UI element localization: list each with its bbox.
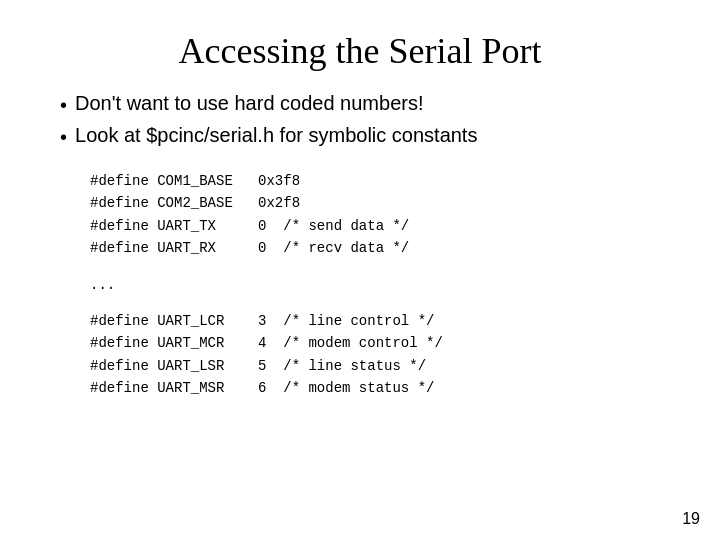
code-define-2: #define COM2_BASE 0x2f8 (90, 192, 300, 214)
code-separator-2 (90, 296, 670, 310)
bullet-text-1: Don't want to use hard coded numbers! (75, 92, 423, 115)
code-line-1: #define COM1_BASE 0x3f8 (90, 170, 670, 192)
code-define-7: #define UART_LSR 5 /* line status */ (90, 355, 426, 377)
bullet-list: Don't want to use hard coded numbers! Lo… (50, 92, 670, 150)
code-line-6: #define UART_MCR 4 /* modem control */ (90, 332, 670, 354)
code-line-5: #define UART_LCR 3 /* line control */ (90, 310, 670, 332)
slide: Accessing the Serial Port Don't want to … (0, 0, 720, 540)
code-define-5: #define UART_LCR 3 /* line control */ (90, 310, 434, 332)
code-line-4: #define UART_RX 0 /* recv data */ (90, 237, 670, 259)
code-line-8: #define UART_MSR 6 /* modem status */ (90, 377, 670, 399)
code-line-3: #define UART_TX 0 /* send data */ (90, 215, 670, 237)
code-define-3: #define UART_TX 0 /* send data */ (90, 215, 409, 237)
code-block: #define COM1_BASE 0x3f8 #define COM2_BAS… (50, 170, 670, 400)
code-define-8: #define UART_MSR 6 /* modem status */ (90, 377, 434, 399)
code-line-2: #define COM2_BASE 0x2f8 (90, 192, 670, 214)
page-number: 19 (682, 510, 700, 528)
code-define-4: #define UART_RX 0 /* recv data */ (90, 237, 409, 259)
bullet-item-2: Look at $pcinc/serial.h for symbolic con… (60, 124, 670, 150)
bullet-text-2: Look at $pcinc/serial.h for symbolic con… (75, 124, 477, 147)
code-separator (90, 260, 670, 274)
code-define-1: #define COM1_BASE 0x3f8 (90, 170, 300, 192)
code-line-7: #define UART_LSR 5 /* line status */ (90, 355, 670, 377)
code-ellipsis: ... (90, 274, 670, 296)
code-ellipsis-text: ... (90, 274, 115, 296)
bullet-item-1: Don't want to use hard coded numbers! (60, 92, 670, 118)
code-define-6: #define UART_MCR 4 /* modem control */ (90, 332, 443, 354)
slide-title: Accessing the Serial Port (50, 30, 670, 72)
